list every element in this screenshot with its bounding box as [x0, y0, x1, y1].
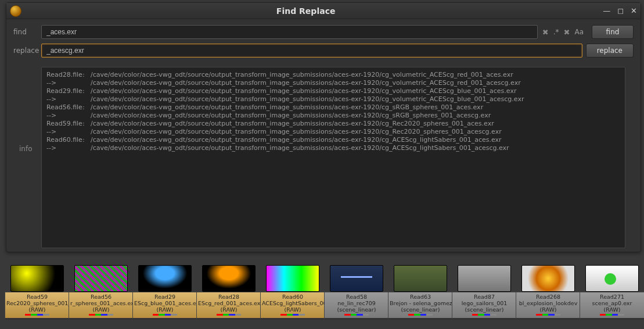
- node-label: Read271scene_ap0.exr(RAW): [580, 292, 644, 320]
- node-thumbnail: [585, 265, 639, 292]
- result-row: -->/cave/dev/color/aces-vwg_odt/source/o…: [46, 144, 620, 152]
- result-row: -->/cave/dev/color/aces-vwg_odt/source/o…: [46, 112, 620, 120]
- result-key: -->: [46, 128, 91, 136]
- node-file: scene_ap0.exr: [581, 300, 643, 306]
- result-path: /cave/dev/color/aces-vwg_odt/source/outp…: [91, 128, 502, 136]
- result-key: Read56.file:: [46, 103, 91, 112]
- node-name: Read271: [581, 294, 643, 300]
- find-button[interactable]: find: [592, 25, 634, 39]
- result-path: /cave/dev/color/aces-vwg_odt/source/outp…: [91, 136, 502, 144]
- node-colorspace: (RAW): [70, 306, 132, 313]
- result-key: -->: [46, 95, 91, 103]
- result-row: -->/cave/dev/color/aces-vwg_odt/source/o…: [46, 128, 620, 136]
- read-node[interactable]: Read268bl_explosion_lookdev(RAW): [521, 265, 575, 320]
- node-graph-strip[interactable]: Read59Rec2020_spheres_001_aces.exr(RAW)R…: [0, 265, 644, 329]
- clear-regex-icon[interactable]: ✖: [541, 28, 550, 37]
- node-label: Read28EScg_red_001_aces.exr(RAW): [196, 292, 261, 320]
- read-node[interactable]: Read29EScg_blue_001_aces.exr(RAW): [138, 265, 192, 320]
- maximize-button[interactable]: ◻: [617, 6, 624, 15]
- node-colorspace: (RAW): [581, 306, 643, 313]
- node-thumbnail: [74, 265, 128, 292]
- read-node[interactable]: Read63Brejon - selena_gomez(scene_linear…: [394, 265, 447, 320]
- read-node[interactable]: Read60ACEScg_lightSabers_001_aces.exr(RA…: [266, 265, 319, 320]
- node-file: EScg_blue_001_aces.exr: [134, 300, 196, 306]
- node-thumbnail: [266, 265, 319, 292]
- node-colorspace: (scene_linear): [454, 306, 515, 313]
- channel-strip-icon: [536, 314, 560, 316]
- case-toggle[interactable]: Aa: [573, 28, 585, 36]
- result-row: -->/cave/dev/color/aces-vwg_odt/source/o…: [46, 95, 620, 103]
- find-input[interactable]: [41, 25, 538, 39]
- node-label: Read268bl_explosion_lookdev(RAW): [516, 292, 581, 320]
- read-node[interactable]: Read59Rec2020_spheres_001_aces.exr(RAW): [10, 265, 64, 320]
- node-colorspace: (RAW): [262, 306, 323, 313]
- channel-strip-icon: [153, 314, 177, 316]
- channel-strip-icon: [280, 314, 305, 316]
- info-label: info: [19, 145, 33, 153]
- result-row: Read29.file:/cave/dev/color/aces-vwg_odt…: [46, 87, 620, 95]
- node-thumbnail: [138, 265, 192, 292]
- regex-toggle[interactable]: .*: [552, 28, 560, 36]
- node-label: Read59Rec2020_spheres_001_aces.exr(RAW): [5, 292, 70, 320]
- result-key: -->: [46, 112, 91, 120]
- find-options: ✖ .* ✖ Aa: [541, 28, 585, 37]
- channel-strip-icon: [472, 314, 497, 316]
- node-colorspace: (RAW): [134, 306, 196, 313]
- results-textbox[interactable]: Read28.file:/cave/dev/color/aces-vwg_odt…: [41, 67, 625, 248]
- read-node[interactable]: Read87lego_sailors_001(scene_linear): [458, 265, 511, 320]
- node-thumbnail: [458, 265, 511, 292]
- node-colorspace: (scene_linear): [326, 306, 387, 313]
- close-button[interactable]: ✕: [631, 6, 637, 15]
- node-name: Read59: [6, 294, 68, 300]
- node-thumbnail: [394, 265, 447, 292]
- result-key: Read59.file:: [46, 120, 91, 128]
- node-colorspace: (RAW): [517, 306, 579, 313]
- channel-strip-icon: [344, 314, 369, 316]
- result-key: -->: [46, 79, 91, 87]
- channel-strip-icon: [89, 314, 113, 316]
- window-title: Find Replace: [9, 6, 603, 16]
- result-path: /cave/dev/color/aces-vwg_odt/source/outp…: [91, 95, 524, 103]
- result-path: /cave/dev/color/aces-vwg_odt/source/outp…: [91, 144, 509, 152]
- node-thumbnail: [330, 265, 383, 292]
- result-path: /cave/dev/color/aces-vwg_odt/source/outp…: [91, 79, 521, 87]
- node-label: Read87lego_sailors_001(scene_linear): [452, 292, 517, 320]
- node-thumbnail: [10, 265, 64, 292]
- node-colorspace: (RAW): [6, 306, 68, 313]
- read-node[interactable]: Read58ne_lin_rec709(scene_linear): [330, 265, 383, 320]
- node-file: Brejon - selena_gomez: [390, 300, 451, 306]
- minimize-button[interactable]: —: [603, 6, 610, 15]
- result-path: /cave/dev/color/aces-vwg_odt/source/outp…: [91, 87, 516, 95]
- node-name: Read29: [134, 294, 196, 300]
- read-node[interactable]: Read28EScg_red_001_aces.exr(RAW): [202, 265, 256, 320]
- node-file: lego_sailors_001: [454, 300, 515, 306]
- node-thumbnail: [521, 265, 575, 292]
- node-label: Read58ne_lin_rec709(scene_linear): [324, 292, 389, 320]
- node-file: ACEScg_lightSabers_001_aces.exr: [262, 300, 323, 306]
- replace-input[interactable]: [41, 44, 582, 58]
- channel-strip-icon: [25, 314, 49, 316]
- read-node[interactable]: Read56r_spheres_001_aces.exr(RAW): [74, 265, 128, 320]
- node-file: Rec2020_spheres_001_aces.exr: [6, 300, 68, 306]
- node-name: Read56: [70, 294, 132, 300]
- channel-strip-icon: [600, 314, 624, 316]
- node-name: Read63: [390, 294, 451, 300]
- node-colorspace: (RAW): [198, 306, 260, 313]
- clear-case-icon[interactable]: ✖: [563, 28, 571, 37]
- read-node[interactable]: Read271scene_ap0.exr(RAW): [585, 265, 639, 320]
- replace-button[interactable]: replace: [586, 44, 634, 58]
- find-replace-window: Find Replace — ◻ ✕ find ✖ .* ✖ Aa find r…: [6, 2, 641, 252]
- node-name: Read58: [326, 294, 387, 300]
- titlebar[interactable]: Find Replace — ◻ ✕: [6, 3, 641, 19]
- node-name: Read60: [262, 294, 323, 300]
- find-label: find: [13, 28, 41, 36]
- result-row: Read56.file:/cave/dev/color/aces-vwg_odt…: [46, 103, 620, 112]
- result-row: -->/cave/dev/color/aces-vwg_odt/source/o…: [46, 79, 620, 87]
- result-path: /cave/dev/color/aces-vwg_odt/source/outp…: [91, 112, 491, 120]
- node-label: Read60ACEScg_lightSabers_001_aces.exr(RA…: [260, 292, 325, 320]
- node-file: r_spheres_001_aces.exr: [70, 300, 132, 306]
- result-key: Read29.file:: [46, 87, 91, 95]
- result-key: Read60.file:: [46, 136, 91, 144]
- channel-strip-icon: [217, 314, 241, 316]
- result-row: Read60.file:/cave/dev/color/aces-vwg_odt…: [46, 136, 620, 144]
